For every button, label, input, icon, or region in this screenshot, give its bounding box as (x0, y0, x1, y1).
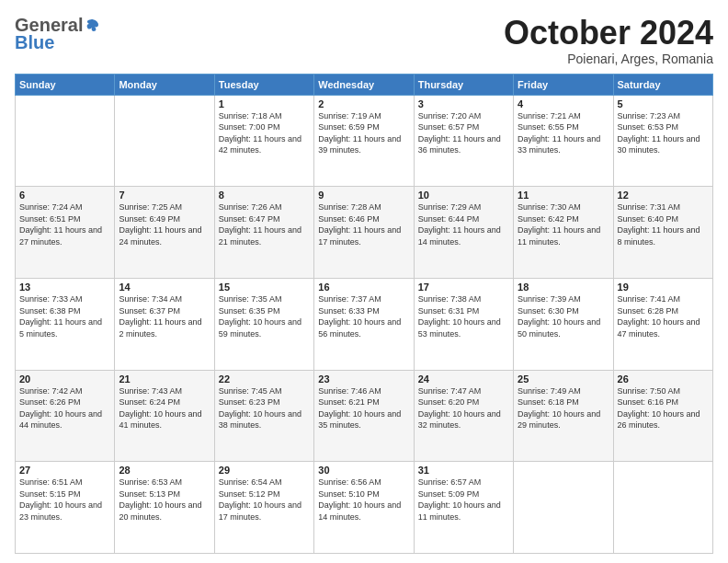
calendar-cell: 29Sunrise: 6:54 AMSunset: 5:12 PMDayligh… (214, 462, 313, 554)
calendar-cell (115, 95, 214, 187)
calendar-week-2: 6Sunrise: 7:24 AMSunset: 6:51 PMDaylight… (16, 187, 713, 279)
calendar-cell: 8Sunrise: 7:26 AMSunset: 6:47 PMDaylight… (214, 187, 313, 279)
day-number: 10 (418, 190, 509, 201)
calendar-header-friday: Friday (514, 74, 613, 95)
calendar-cell: 21Sunrise: 7:43 AMSunset: 6:24 PMDayligh… (115, 370, 214, 462)
calendar-header-saturday: Saturday (613, 74, 712, 95)
day-number: 7 (119, 190, 210, 201)
day-info: Sunrise: 7:19 AMSunset: 6:59 PMDaylight:… (318, 110, 409, 156)
day-info: Sunrise: 7:31 AMSunset: 6:40 PMDaylight:… (618, 201, 709, 247)
location: Poienari, Arges, Romania (504, 52, 713, 66)
calendar-header-tuesday: Tuesday (214, 74, 313, 95)
calendar-week-3: 13Sunrise: 7:33 AMSunset: 6:38 PMDayligh… (16, 278, 713, 370)
calendar-cell: 31Sunrise: 6:57 AMSunset: 5:09 PMDayligh… (414, 462, 513, 554)
calendar-cell: 30Sunrise: 6:56 AMSunset: 5:10 PMDayligh… (314, 462, 414, 554)
day-number: 17 (418, 282, 509, 293)
day-info: Sunrise: 7:23 AMSunset: 6:53 PMDaylight:… (618, 110, 709, 156)
calendar-cell: 15Sunrise: 7:35 AMSunset: 6:35 PMDayligh… (214, 278, 313, 370)
day-number: 1 (219, 98, 310, 109)
calendar-cell: 7Sunrise: 7:25 AMSunset: 6:49 PMDaylight… (115, 187, 214, 279)
day-info: Sunrise: 7:29 AMSunset: 6:44 PMDaylight:… (418, 201, 509, 247)
calendar-cell: 3Sunrise: 7:20 AMSunset: 6:57 PMDaylight… (414, 95, 513, 187)
calendar-cell (16, 95, 115, 187)
calendar-header-sunday: Sunday (16, 74, 115, 95)
calendar-cell: 20Sunrise: 7:42 AMSunset: 6:26 PMDayligh… (16, 370, 115, 462)
calendar-cell: 9Sunrise: 7:28 AMSunset: 6:46 PMDaylight… (314, 187, 414, 279)
day-number: 14 (119, 282, 210, 293)
day-info: Sunrise: 7:42 AMSunset: 6:26 PMDaylight:… (19, 385, 110, 431)
day-number: 21 (119, 373, 210, 385)
calendar-cell: 24Sunrise: 7:47 AMSunset: 6:20 PMDayligh… (414, 370, 513, 462)
day-number: 16 (318, 282, 409, 293)
day-info: Sunrise: 7:45 AMSunset: 6:23 PMDaylight:… (219, 385, 310, 431)
day-number: 31 (418, 465, 509, 476)
day-number: 6 (19, 190, 110, 201)
day-number: 26 (618, 373, 709, 385)
logo: General Blue (15, 15, 101, 53)
calendar-week-1: 1Sunrise: 7:18 AMSunset: 7:00 PMDaylight… (16, 95, 713, 187)
day-number: 12 (618, 190, 709, 201)
calendar-header-row: SundayMondayTuesdayWednesdayThursdayFrid… (16, 74, 713, 95)
day-info: Sunrise: 7:34 AMSunset: 6:37 PMDaylight:… (119, 293, 210, 339)
day-info: Sunrise: 7:21 AMSunset: 6:55 PMDaylight:… (518, 110, 609, 156)
day-info: Sunrise: 6:56 AMSunset: 5:10 PMDaylight:… (318, 477, 409, 523)
day-number: 27 (19, 465, 110, 476)
day-info: Sunrise: 7:50 AMSunset: 6:16 PMDaylight:… (618, 385, 709, 431)
day-number: 28 (119, 465, 210, 476)
day-info: Sunrise: 6:54 AMSunset: 5:12 PMDaylight:… (219, 477, 310, 523)
day-number: 25 (518, 373, 609, 385)
day-info: Sunrise: 6:51 AMSunset: 5:15 PMDaylight:… (19, 477, 110, 523)
day-number: 3 (418, 98, 509, 109)
logo-blue: Blue (15, 32, 54, 53)
calendar-cell: 5Sunrise: 7:23 AMSunset: 6:53 PMDaylight… (613, 95, 712, 187)
day-info: Sunrise: 7:47 AMSunset: 6:20 PMDaylight:… (418, 385, 509, 431)
calendar-week-5: 27Sunrise: 6:51 AMSunset: 5:15 PMDayligh… (16, 462, 713, 554)
day-info: Sunrise: 7:33 AMSunset: 6:38 PMDaylight:… (19, 293, 110, 339)
page: General Blue October 2024 Poienari, Arge… (0, 0, 728, 563)
day-info: Sunrise: 6:57 AMSunset: 5:09 PMDaylight:… (418, 477, 509, 523)
calendar-cell: 19Sunrise: 7:41 AMSunset: 6:28 PMDayligh… (613, 278, 712, 370)
header: General Blue October 2024 Poienari, Arge… (15, 15, 713, 66)
calendar-cell: 14Sunrise: 7:34 AMSunset: 6:37 PMDayligh… (115, 278, 214, 370)
day-info: Sunrise: 7:35 AMSunset: 6:35 PMDaylight:… (219, 293, 310, 339)
day-info: Sunrise: 7:37 AMSunset: 6:33 PMDaylight:… (318, 293, 409, 339)
day-info: Sunrise: 7:43 AMSunset: 6:24 PMDaylight:… (119, 385, 210, 431)
calendar-cell: 27Sunrise: 6:51 AMSunset: 5:15 PMDayligh… (16, 462, 115, 554)
calendar-cell: 26Sunrise: 7:50 AMSunset: 6:16 PMDayligh… (613, 370, 712, 462)
calendar-header-thursday: Thursday (414, 74, 513, 95)
calendar-cell: 4Sunrise: 7:21 AMSunset: 6:55 PMDaylight… (514, 95, 613, 187)
day-number: 22 (219, 373, 310, 385)
day-number: 30 (318, 465, 409, 476)
day-number: 23 (318, 373, 409, 385)
calendar-cell: 12Sunrise: 7:31 AMSunset: 6:40 PMDayligh… (613, 187, 712, 279)
day-info: Sunrise: 7:28 AMSunset: 6:46 PMDaylight:… (318, 201, 409, 247)
calendar-cell: 22Sunrise: 7:45 AMSunset: 6:23 PMDayligh… (214, 370, 313, 462)
day-number: 5 (618, 98, 709, 109)
calendar-cell: 25Sunrise: 7:49 AMSunset: 6:18 PMDayligh… (514, 370, 613, 462)
day-info: Sunrise: 7:39 AMSunset: 6:30 PMDaylight:… (518, 293, 609, 339)
day-number: 8 (219, 190, 310, 201)
day-number: 18 (518, 282, 609, 293)
day-info: Sunrise: 7:41 AMSunset: 6:28 PMDaylight:… (618, 293, 709, 339)
day-number: 4 (518, 98, 609, 109)
day-info: Sunrise: 7:38 AMSunset: 6:31 PMDaylight:… (418, 293, 509, 339)
day-info: Sunrise: 7:20 AMSunset: 6:57 PMDaylight:… (418, 110, 509, 156)
calendar-cell: 13Sunrise: 7:33 AMSunset: 6:38 PMDayligh… (16, 278, 115, 370)
day-info: Sunrise: 7:26 AMSunset: 6:47 PMDaylight:… (219, 201, 310, 247)
calendar-cell: 6Sunrise: 7:24 AMSunset: 6:51 PMDaylight… (16, 187, 115, 279)
day-number: 20 (19, 373, 110, 385)
day-info: Sunrise: 6:53 AMSunset: 5:13 PMDaylight:… (119, 477, 210, 523)
day-number: 29 (219, 465, 310, 476)
calendar-table: SundayMondayTuesdayWednesdayThursdayFrid… (15, 74, 713, 554)
day-number: 11 (518, 190, 609, 201)
calendar-cell: 17Sunrise: 7:38 AMSunset: 6:31 PMDayligh… (414, 278, 513, 370)
calendar-cell: 2Sunrise: 7:19 AMSunset: 6:59 PMDaylight… (314, 95, 414, 187)
calendar-cell: 1Sunrise: 7:18 AMSunset: 7:00 PMDaylight… (214, 95, 313, 187)
day-number: 13 (19, 282, 110, 293)
day-info: Sunrise: 7:25 AMSunset: 6:49 PMDaylight:… (119, 201, 210, 247)
day-number: 9 (318, 190, 409, 201)
calendar-cell (613, 462, 712, 554)
title-block: October 2024 Poienari, Arges, Romania (504, 15, 713, 66)
day-number: 15 (219, 282, 310, 293)
day-info: Sunrise: 7:49 AMSunset: 6:18 PMDaylight:… (518, 385, 609, 431)
